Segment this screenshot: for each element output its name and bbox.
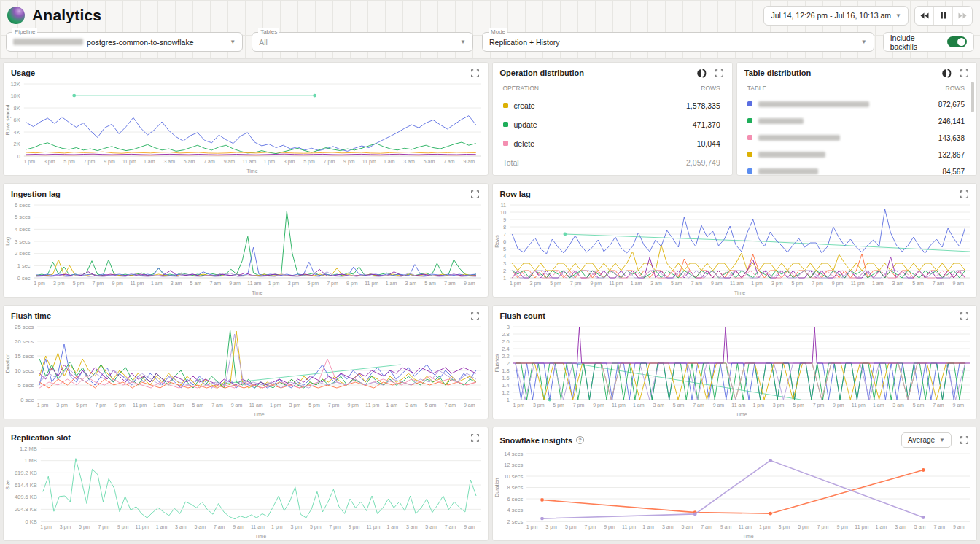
svg-text:3 am: 3 am xyxy=(661,524,673,529)
mode-select[interactable]: Mode Replication + History ▼ xyxy=(482,32,874,52)
svg-text:7 am: 7 am xyxy=(203,159,215,164)
total-row: Total2,059,749 xyxy=(493,153,732,172)
svg-text:25 secs: 25 secs xyxy=(15,324,34,330)
fast-forward-button[interactable] xyxy=(953,7,972,25)
svg-text:9 am: 9 am xyxy=(229,281,241,286)
series-color-swatch xyxy=(503,141,508,146)
svg-text:1.6: 1.6 xyxy=(502,375,509,381)
svg-text:3 pm: 3 pm xyxy=(529,281,541,287)
table-row[interactable]: create 1,578,335 xyxy=(493,96,732,116)
svg-text:5 am: 5 am xyxy=(194,524,206,529)
svg-text:1 am: 1 am xyxy=(632,403,644,408)
svg-text:11 pm: 11 pm xyxy=(122,159,136,165)
svg-text:2: 2 xyxy=(503,268,506,274)
svg-text:7 pm: 7 pm xyxy=(96,403,107,408)
expand-icon[interactable] xyxy=(470,68,481,78)
svg-text:9 am: 9 am xyxy=(720,524,731,529)
app-header: Analytics Jul 14, 12:26 pm - Jul 16, 10:… xyxy=(0,0,980,31)
expand-icon[interactable] xyxy=(959,68,969,78)
expand-icon[interactable] xyxy=(470,432,481,443)
svg-text:Time: Time xyxy=(253,412,264,417)
svg-text:9 pm: 9 pm xyxy=(346,281,358,287)
svg-text:3 pm: 3 pm xyxy=(284,159,295,165)
svg-text:1 am: 1 am xyxy=(386,281,397,286)
svg-text:5 pm: 5 pm xyxy=(308,403,320,408)
svg-text:9 pm: 9 pm xyxy=(104,159,115,165)
redacted-table-name xyxy=(758,168,818,174)
svg-text:5 pm: 5 pm xyxy=(76,403,88,408)
svg-text:819.2 KB: 819.2 KB xyxy=(15,470,37,476)
svg-text:1 pm: 1 pm xyxy=(513,403,524,408)
snowflake-insights-card: Snowflake insights ? Average ▼ 2 secs4 s… xyxy=(492,427,978,541)
svg-text:9 am: 9 am xyxy=(231,403,243,408)
svg-text:1 am: 1 am xyxy=(151,281,163,286)
expand-icon[interactable] xyxy=(959,189,969,199)
svg-text:7 pm: 7 pm xyxy=(98,524,109,530)
flush-count-card: Flush count 11.21.41.61.822.22.42.62.831… xyxy=(492,305,978,419)
svg-text:0 sec: 0 sec xyxy=(18,275,31,281)
svg-text:9 am: 9 am xyxy=(233,524,244,529)
table-row[interactable]: 84,567 xyxy=(737,163,976,176)
card-title: Ingestion lag xyxy=(11,190,61,198)
svg-text:1 am: 1 am xyxy=(386,403,398,408)
svg-text:3 pm: 3 pm xyxy=(772,403,784,408)
svg-text:Rows: Rows xyxy=(494,235,499,248)
svg-text:3 pm: 3 pm xyxy=(60,524,71,530)
table-row[interactable]: 132,867 xyxy=(737,147,976,163)
table-row[interactable]: 872,675 xyxy=(737,96,976,114)
table-row[interactable]: delete 10,044 xyxy=(493,134,732,153)
table-row[interactable]: update 471,370 xyxy=(493,115,732,134)
svg-text:3 pm: 3 pm xyxy=(56,403,68,408)
svg-text:1: 1 xyxy=(506,397,509,403)
date-range-picker[interactable]: Jul 14, 12:26 pm - Jul 16, 10:13 am ▼ xyxy=(763,6,909,26)
help-icon[interactable]: ? xyxy=(576,436,584,444)
pie-chart-icon[interactable] xyxy=(697,68,707,78)
table-row[interactable]: 246,141 xyxy=(737,113,976,130)
card-title: Snowflake insights xyxy=(500,436,573,445)
include-backfills-toggle[interactable] xyxy=(947,36,967,47)
expand-icon[interactable] xyxy=(959,435,969,446)
svg-text:1 am: 1 am xyxy=(153,403,165,408)
svg-text:10K: 10K xyxy=(10,93,20,99)
svg-text:11 pm: 11 pm xyxy=(365,403,379,408)
svg-text:5 am: 5 am xyxy=(192,403,204,408)
tables-select[interactable]: Tables All ▼ xyxy=(252,32,473,52)
svg-text:3 am: 3 am xyxy=(163,159,175,164)
expand-icon[interactable] xyxy=(470,311,481,321)
pipeline-select[interactable]: Pipeline postgres-common-to-snowflake ▼ xyxy=(6,32,243,52)
svg-text:7 am: 7 am xyxy=(701,524,712,529)
replication-slot-card: Replication slot 0 KB204.8 KB409.6 KB614… xyxy=(3,427,489,541)
svg-text:12K: 12K xyxy=(10,81,20,88)
table-distribution-card: Table distribution TABLE ROWS 872,675 24… xyxy=(736,62,977,176)
card-title: Usage xyxy=(11,69,35,77)
svg-text:11 pm: 11 pm xyxy=(362,159,376,165)
svg-text:7 am: 7 am xyxy=(209,281,221,286)
snowflake-insights-chart: 2 secs4 secs6 secs8 secs10 secs12 secs14… xyxy=(493,449,977,540)
svg-text:9 am: 9 am xyxy=(712,403,724,408)
expand-icon[interactable] xyxy=(470,189,481,199)
svg-text:3 pm: 3 pm xyxy=(771,281,782,287)
table-row[interactable]: 143,638 xyxy=(737,130,976,147)
svg-text:9 pm: 9 pm xyxy=(114,403,126,408)
svg-text:5 pm: 5 pm xyxy=(79,524,90,530)
svg-text:7 am: 7 am xyxy=(214,524,225,529)
aggregate-select[interactable]: Average ▼ xyxy=(901,432,952,448)
expand-icon[interactable] xyxy=(959,311,969,321)
pie-chart-icon[interactable] xyxy=(941,68,952,78)
expand-icon[interactable] xyxy=(715,68,725,78)
svg-text:9 am: 9 am xyxy=(464,524,475,529)
rewind-button[interactable] xyxy=(915,7,934,25)
svg-text:5 pm: 5 pm xyxy=(63,159,75,165)
scrollbar[interactable] xyxy=(971,82,974,112)
svg-text:1 am: 1 am xyxy=(156,524,168,529)
svg-text:11: 11 xyxy=(500,202,506,209)
svg-text:2.8: 2.8 xyxy=(502,331,509,338)
svg-text:5 secs: 5 secs xyxy=(18,382,34,389)
svg-text:1 pm: 1 pm xyxy=(263,159,275,165)
svg-text:5 pm: 5 pm xyxy=(798,524,809,530)
pause-button[interactable] xyxy=(934,7,953,25)
playback-controls xyxy=(914,6,973,26)
app-logo xyxy=(7,7,25,24)
top-band: Analytics Jul 14, 12:26 pm - Jul 16, 10:… xyxy=(0,0,980,59)
svg-text:2: 2 xyxy=(506,360,509,367)
